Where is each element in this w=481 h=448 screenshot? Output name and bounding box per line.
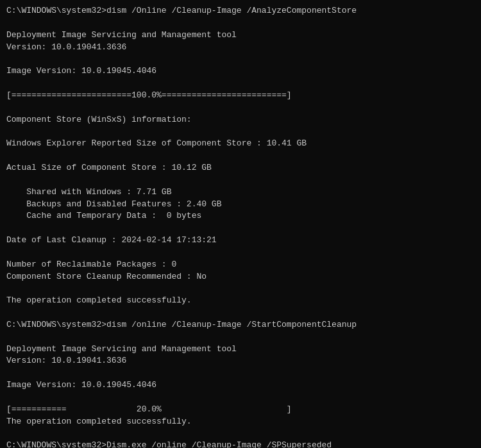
terminal-line: C:\WINDOWS\system32>dism /Online /Cleanu… bbox=[6, 5, 475, 17]
terminal-line: Image Version: 10.0.19045.4046 bbox=[6, 65, 475, 78]
terminal-blank-line bbox=[6, 367, 475, 379]
terminal-blank-line bbox=[6, 428, 475, 440]
terminal-blank-line bbox=[6, 247, 475, 259]
terminal-line: [=========== 20.0% ] bbox=[6, 404, 475, 416]
terminal-blank-line bbox=[6, 150, 475, 162]
terminal-blank-line bbox=[6, 222, 475, 235]
terminal-blank-line bbox=[6, 307, 475, 319]
terminal-line: C:\WINDOWS\system32>Dism.exe /online /Cl… bbox=[6, 440, 475, 448]
terminal-line: Version: 10.0.19041.3636 bbox=[6, 42, 475, 54]
terminal-blank-line bbox=[6, 174, 475, 187]
terminal-line: C:\WINDOWS\system32>dism /online /Cleanu… bbox=[6, 319, 475, 331]
terminal-line: Windows Explorer Reported Size of Compon… bbox=[6, 138, 475, 150]
terminal-line: [========================100.0%=========… bbox=[6, 90, 475, 102]
terminal-window: C:\WINDOWS\system32>dism /Online /Cleanu… bbox=[0, 0, 481, 448]
terminal-line: Number of Reclaimable Packages : 0 bbox=[6, 259, 475, 271]
terminal-line: Deployment Image Servicing and Managemen… bbox=[6, 29, 475, 42]
terminal-line: Cache and Temporary Data : 0 bytes bbox=[6, 210, 475, 222]
terminal-blank-line bbox=[6, 126, 475, 138]
terminal-line: Version: 10.0.19041.3636 bbox=[6, 355, 475, 367]
terminal-line: The operation completed successfully. bbox=[6, 295, 475, 307]
terminal-line: Image Version: 10.0.19045.4046 bbox=[6, 379, 475, 392]
terminal-blank-line bbox=[6, 392, 475, 404]
terminal-blank-line bbox=[6, 283, 475, 295]
terminal-blank-line bbox=[6, 17, 475, 29]
terminal-blank-line bbox=[6, 53, 475, 65]
terminal-line: Shared with Windows : 7.71 GB bbox=[6, 187, 475, 199]
terminal-line: Component Store (WinSxS) information: bbox=[6, 114, 475, 126]
terminal-line: Backups and Disabled Features : 2.40 GB bbox=[6, 199, 475, 211]
terminal-line: Actual Size of Component Store : 10.12 G… bbox=[6, 162, 475, 174]
terminal-line: Component Store Cleanup Recommended : No bbox=[6, 271, 475, 283]
terminal-blank-line bbox=[6, 331, 475, 344]
terminal-line: The operation completed successfully. bbox=[6, 416, 475, 428]
terminal-blank-line bbox=[6, 78, 475, 90]
terminal-line: Deployment Image Servicing and Managemen… bbox=[6, 344, 475, 356]
terminal-line: Date of Last Cleanup : 2024-02-14 17:13:… bbox=[6, 235, 475, 247]
terminal-blank-line bbox=[6, 102, 475, 114]
